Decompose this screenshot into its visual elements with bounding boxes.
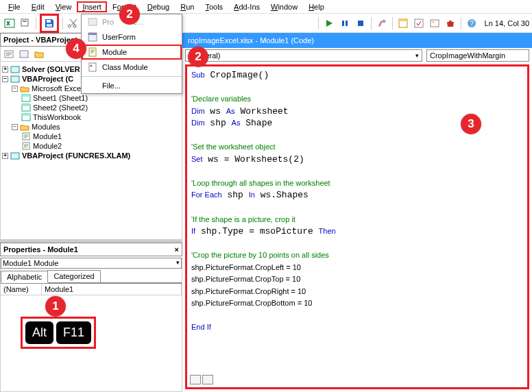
- annotation-badge-1: 1: [45, 296, 66, 317]
- svg-rect-0: [5, 19, 14, 27]
- code-editor-highlight: Sub CropImage() 'Declare variables Dim w…: [185, 64, 529, 389]
- module1-node[interactable]: Module1: [33, 132, 62, 140]
- properties-tabs: Alphabetic Categorized: [1, 270, 182, 283]
- svg-rect-14: [449, 21, 452, 22]
- view-obj-icon[interactable]: [17, 47, 31, 61]
- properties-object-select[interactable]: Module1 Module ▾: [1, 258, 182, 269]
- properties-title: Properties - Module1: [3, 245, 78, 254]
- svg-rect-22: [22, 95, 30, 97]
- svg-rect-34: [89, 63, 96, 71]
- expand-icon[interactable]: +: [2, 66, 8, 73]
- props-icon[interactable]: [412, 16, 426, 30]
- menubar: File Edit View Insert Format Debug Run T…: [0, 0, 532, 14]
- insert-file[interactable]: File...: [82, 78, 182, 93]
- annotation-badge-2a: 2: [119, 4, 140, 25]
- vba-project[interactable]: VBAProject (C: [22, 75, 73, 83]
- insert-module[interactable]: Module: [82, 45, 182, 60]
- modules-folder[interactable]: Modules: [32, 123, 60, 131]
- svg-rect-19: [11, 66, 19, 73]
- svg-rect-2: [23, 21, 27, 22]
- key-f11: F11: [56, 321, 91, 344]
- run-icon[interactable]: [322, 16, 336, 30]
- svg-rect-4: [47, 24, 52, 27]
- sheet1-node[interactable]: Sheet1 (Sheet1): [33, 94, 88, 102]
- thisworkbook-node[interactable]: ThisWorkbook: [33, 113, 81, 121]
- code-window-titlebar: ropImageExcel.xlsx - Module1 (Code): [182, 33, 532, 48]
- excel-icon[interactable]: [3, 16, 16, 30]
- code-combo-row: (General)▾ CropImageWithMargin: [182, 48, 532, 63]
- toolbox-icon[interactable]: [444, 16, 457, 30]
- full-module-view-icon[interactable]: [202, 375, 213, 384]
- menu-file[interactable]: File: [3, 1, 26, 12]
- svg-rect-12: [431, 20, 439, 27]
- svg-point-35: [90, 65, 93, 67]
- prop-name-label: (Name): [1, 284, 42, 295]
- insert-userform[interactable]: UserForm: [82, 29, 182, 45]
- help-icon[interactable]: ?: [465, 16, 479, 30]
- insert-dropdown: Procedure... UserForm Module Class Modul…: [81, 14, 182, 94]
- toolbar: ? Ln 14, Col 30: [0, 14, 532, 33]
- svg-rect-10: [399, 19, 407, 21]
- folder-toggle-icon[interactable]: [32, 47, 46, 61]
- svg-rect-26: [22, 114, 30, 116]
- svg-rect-6: [346, 21, 348, 26]
- svg-rect-29: [11, 153, 19, 159]
- svg-rect-32: [88, 33, 97, 35]
- svg-rect-18: [20, 51, 28, 58]
- keyboard-shortcut: Alt F11: [21, 317, 96, 349]
- funcres-project[interactable]: VBAProject (FUNCRES.XLAM): [22, 151, 130, 160]
- properties-header: Properties - Module1 ×: [0, 243, 182, 256]
- svg-rect-13: [432, 21, 435, 23]
- solver-project[interactable]: Solver (SOLVER: [22, 65, 80, 73]
- module2-node[interactable]: Module2: [33, 142, 62, 150]
- annotation-badge-2b: 2: [188, 47, 208, 67]
- right-column: ropImageExcel.xlsx - Module1 (Code) (Gen…: [182, 33, 532, 392]
- object-select[interactable]: (General)▾: [185, 49, 422, 62]
- project-panel-title: Project - VBAProject: [3, 36, 77, 44]
- design-icon[interactable]: [375, 16, 389, 30]
- menu-run[interactable]: Run: [175, 1, 200, 12]
- annotation-badge-4: 4: [66, 38, 86, 59]
- svg-rect-8: [382, 19, 385, 23]
- menu-edit[interactable]: Edit: [26, 1, 50, 12]
- prj-explorer-icon[interactable]: [396, 16, 410, 30]
- svg-text:?: ?: [470, 19, 474, 27]
- svg-rect-11: [415, 19, 423, 27]
- break-icon[interactable]: [338, 16, 352, 30]
- insert-classmodule[interactable]: Class Module: [82, 60, 182, 75]
- code-editor[interactable]: Sub CropImage() 'Declare variables Dim w…: [187, 66, 527, 336]
- collapse-icon[interactable]: −: [2, 76, 8, 82]
- properties-grid: (Name)Module1: [1, 283, 182, 295]
- properties-panel: Properties - Module1 × Module1 Module ▾ …: [0, 240, 182, 392]
- tab-alphabetic[interactable]: Alphabetic: [1, 271, 48, 283]
- sheet2-node[interactable]: Sheet2 (Sheet2): [33, 103, 88, 112]
- svg-rect-20: [11, 76, 19, 82]
- insert-form-icon[interactable]: [19, 16, 32, 30]
- save-icon[interactable]: [43, 16, 56, 30]
- menu-window[interactable]: Window: [265, 1, 303, 12]
- menu-view[interactable]: View: [50, 1, 77, 12]
- menu-help[interactable]: Help: [303, 1, 330, 12]
- properties-close-icon[interactable]: ×: [175, 245, 179, 254]
- svg-rect-1: [21, 19, 28, 26]
- reset-icon[interactable]: [354, 16, 367, 30]
- svg-rect-30: [88, 19, 97, 25]
- code-view-buttons: [190, 375, 213, 384]
- svg-rect-24: [22, 104, 30, 106]
- menu-addins[interactable]: Add-Ins: [228, 1, 265, 12]
- prop-name-value[interactable]: Module1: [42, 284, 182, 295]
- procedure-select[interactable]: CropImageWithMargin: [426, 49, 529, 62]
- line-col-indicator: Ln 14, Col 30: [485, 19, 529, 27]
- menu-debug[interactable]: Debug: [142, 1, 175, 12]
- tab-categorized[interactable]: Categorized: [47, 270, 100, 282]
- svg-rect-5: [342, 21, 344, 26]
- key-alt: Alt: [25, 321, 53, 344]
- menu-tools[interactable]: Tools: [200, 1, 228, 12]
- obj-browser-icon[interactable]: [428, 16, 442, 30]
- svg-rect-3: [47, 20, 51, 23]
- cut-icon[interactable]: [66, 16, 80, 30]
- menu-insert[interactable]: Insert: [77, 1, 107, 12]
- svg-rect-33: [89, 48, 96, 56]
- view-code-icon[interactable]: [2, 47, 16, 61]
- procedure-view-icon[interactable]: [190, 375, 201, 384]
